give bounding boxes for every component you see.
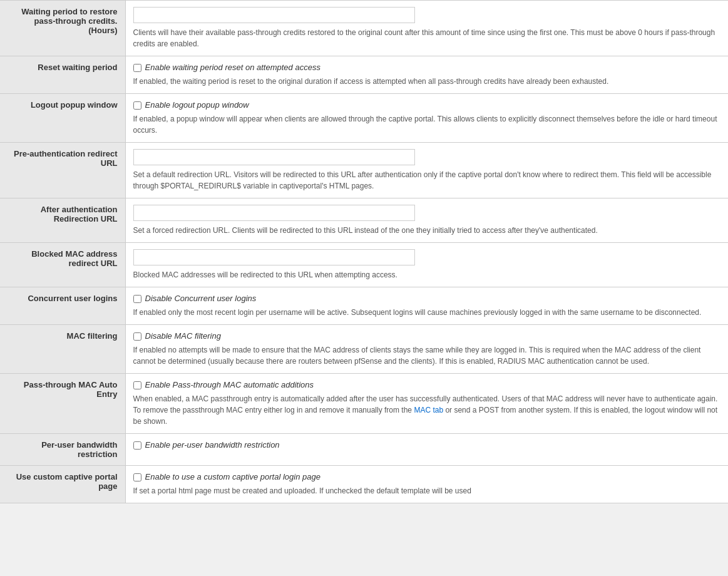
settings-row-logout-popup: Logout popup windowEnable logout popup w… — [0, 94, 728, 143]
checkbox-label-reset-waiting: Enable waiting period reset on attempted… — [145, 63, 320, 72]
input-waiting-period[interactable] — [133, 7, 415, 23]
content-cell-after-auth-redirect: Set a forced redirection URL. Clients wi… — [125, 198, 728, 243]
label-cell-reset-waiting: Reset waiting period — [0, 56, 125, 94]
settings-row-reset-waiting: Reset waiting periodEnable waiting perio… — [0, 56, 728, 94]
label-cell-waiting-period: Waiting period to restore pass-through c… — [0, 1, 125, 56]
description-waiting-period: Clients will have their available pass-t… — [133, 27, 721, 49]
description-pre-auth-redirect: Set a default redirection URL. Visitors … — [133, 169, 721, 192]
label-cell-pre-auth-redirect: Pre-authentication redirect URL — [0, 143, 125, 198]
settings-row-mac-filtering: MAC filteringDisable MAC filteringIf ena… — [0, 325, 728, 374]
checkbox-per-user-bandwidth[interactable] — [133, 441, 141, 450]
description-passthrough-mac: When enabled, a MAC passthrough entry is… — [133, 393, 721, 427]
label-cell-per-user-bandwidth: Per-user bandwidth restriction — [0, 434, 125, 466]
checkbox-label-mac-filtering: Disable MAC filtering — [145, 331, 221, 341]
content-cell-per-user-bandwidth: Enable per-user bandwidth restriction — [125, 434, 728, 466]
checkbox-reset-waiting[interactable] — [133, 64, 141, 72]
description-mac-filtering: If enabled no attempts will be made to e… — [133, 344, 721, 367]
settings-row-per-user-bandwidth: Per-user bandwidth restrictionEnable per… — [0, 434, 728, 466]
input-blocked-mac-redirect[interactable] — [133, 249, 415, 265]
label-cell-custom-captive-portal: Use custom captive portal page — [0, 466, 125, 503]
label-cell-passthrough-mac: Pass-through MAC Auto Entry — [0, 374, 125, 434]
settings-row-custom-captive-portal: Use custom captive portal pageEnable to … — [0, 466, 728, 503]
content-cell-waiting-period: Clients will have their available pass-t… — [125, 1, 728, 56]
content-cell-blocked-mac-redirect: Blocked MAC addresses will be redirected… — [125, 243, 728, 287]
settings-row-pre-auth-redirect: Pre-authentication redirect URLSet a def… — [0, 143, 728, 198]
content-cell-logout-popup: Enable logout popup windowIf enabled, a … — [125, 94, 728, 143]
checkbox-passthrough-mac[interactable] — [133, 381, 141, 389]
label-cell-after-auth-redirect: After authentication Redirection URL — [0, 198, 125, 243]
checkbox-label-concurrent-logins: Disable Concurrent user logins — [145, 294, 257, 303]
content-cell-pre-auth-redirect: Set a default redirection URL. Visitors … — [125, 143, 728, 198]
checkbox-label-per-user-bandwidth: Enable per-user bandwidth restriction — [145, 440, 280, 450]
checkbox-mac-filtering[interactable] — [133, 332, 141, 341]
description-concurrent-logins: If enabled only the most recent login pe… — [133, 307, 721, 318]
label-cell-mac-filtering: MAC filtering — [0, 325, 125, 374]
content-cell-custom-captive-portal: Enable to use a custom captive portal lo… — [125, 466, 728, 503]
settings-row-concurrent-logins: Concurrent user loginsDisable Concurrent… — [0, 287, 728, 325]
mac-tab-link[interactable]: MAC tab — [414, 406, 443, 414]
settings-row-after-auth-redirect: After authentication Redirection URLSet … — [0, 198, 728, 243]
description-custom-captive-portal: If set a portal html page must be create… — [133, 485, 721, 496]
description-logout-popup: If enabled, a popup window will appear w… — [133, 113, 721, 136]
description-reset-waiting: If enabled, the waiting period is reset … — [133, 76, 721, 87]
checkbox-label-custom-captive-portal: Enable to use a custom captive portal lo… — [145, 472, 320, 481]
content-cell-concurrent-logins: Disable Concurrent user loginsIf enabled… — [125, 287, 728, 325]
label-cell-concurrent-logins: Concurrent user logins — [0, 287, 125, 325]
description-after-auth-redirect: Set a forced redirection URL. Clients wi… — [133, 225, 721, 236]
content-cell-passthrough-mac: Enable Pass-through MAC automatic additi… — [125, 374, 728, 434]
settings-row-waiting-period: Waiting period to restore pass-through c… — [0, 1, 728, 56]
content-cell-reset-waiting: Enable waiting period reset on attempted… — [125, 56, 728, 94]
input-after-auth-redirect[interactable] — [133, 205, 415, 221]
checkbox-label-logout-popup: Enable logout popup window — [145, 100, 249, 110]
settings-row-blocked-mac-redirect: Blocked MAC address redirect URLBlocked … — [0, 243, 728, 287]
checkbox-custom-captive-portal[interactable] — [133, 473, 141, 481]
checkbox-logout-popup[interactable] — [133, 101, 141, 110]
checkbox-label-passthrough-mac: Enable Pass-through MAC automatic additi… — [145, 380, 314, 389]
settings-table: Waiting period to restore pass-through c… — [0, 0, 728, 503]
label-cell-logout-popup: Logout popup window — [0, 94, 125, 143]
content-cell-mac-filtering: Disable MAC filteringIf enabled no attem… — [125, 325, 728, 374]
label-cell-blocked-mac-redirect: Blocked MAC address redirect URL — [0, 243, 125, 287]
input-pre-auth-redirect[interactable] — [133, 149, 415, 165]
description-blocked-mac-redirect: Blocked MAC addresses will be redirected… — [133, 269, 721, 280]
settings-row-passthrough-mac: Pass-through MAC Auto EntryEnable Pass-t… — [0, 374, 728, 434]
checkbox-concurrent-logins[interactable] — [133, 295, 141, 303]
